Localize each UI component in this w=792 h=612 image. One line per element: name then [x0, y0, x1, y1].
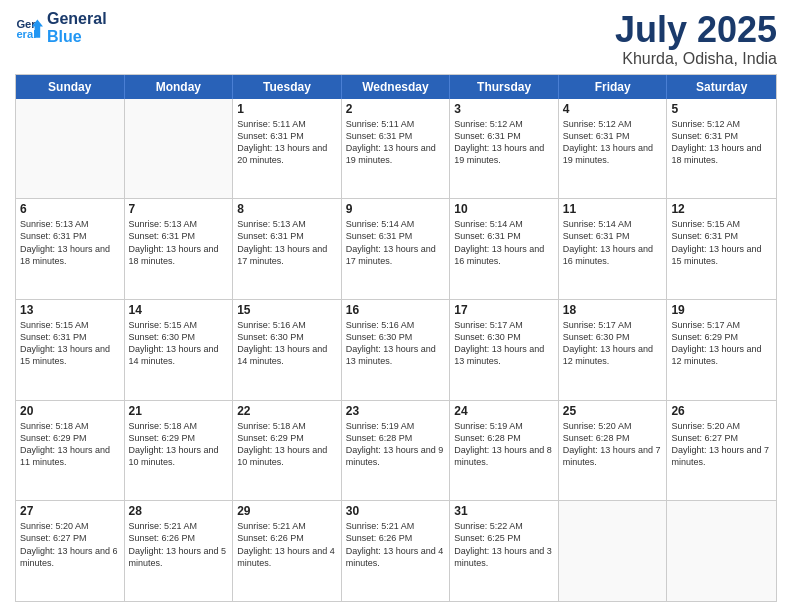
cell-info: Sunrise: 5:12 AM Sunset: 6:31 PM Dayligh…	[671, 118, 772, 167]
empty-cell	[667, 501, 776, 601]
day-cell-9: 9Sunrise: 5:14 AM Sunset: 6:31 PM Daylig…	[342, 199, 451, 299]
day-cell-11: 11Sunrise: 5:14 AM Sunset: 6:31 PM Dayli…	[559, 199, 668, 299]
cell-info: Sunrise: 5:13 AM Sunset: 6:31 PM Dayligh…	[237, 218, 337, 267]
day-number: 21	[129, 404, 229, 418]
calendar-body: 1Sunrise: 5:11 AM Sunset: 6:31 PM Daylig…	[16, 99, 776, 601]
day-cell-19: 19Sunrise: 5:17 AM Sunset: 6:29 PM Dayli…	[667, 300, 776, 400]
day-number: 29	[237, 504, 337, 518]
day-number: 23	[346, 404, 446, 418]
calendar-page: Gen eral General Blue July 2025 Khurda, …	[0, 0, 792, 612]
day-number: 5	[671, 102, 772, 116]
day-cell-26: 26Sunrise: 5:20 AM Sunset: 6:27 PM Dayli…	[667, 401, 776, 501]
day-number: 6	[20, 202, 120, 216]
day-cell-7: 7Sunrise: 5:13 AM Sunset: 6:31 PM Daylig…	[125, 199, 234, 299]
cell-info: Sunrise: 5:22 AM Sunset: 6:25 PM Dayligh…	[454, 520, 554, 569]
header-cell-wednesday: Wednesday	[342, 75, 451, 99]
empty-cell	[559, 501, 668, 601]
cell-info: Sunrise: 5:13 AM Sunset: 6:31 PM Dayligh…	[20, 218, 120, 267]
month-title: July 2025	[615, 10, 777, 50]
cell-info: Sunrise: 5:11 AM Sunset: 6:31 PM Dayligh…	[346, 118, 446, 167]
cell-info: Sunrise: 5:19 AM Sunset: 6:28 PM Dayligh…	[454, 420, 554, 469]
day-number: 4	[563, 102, 663, 116]
day-cell-20: 20Sunrise: 5:18 AM Sunset: 6:29 PM Dayli…	[16, 401, 125, 501]
cell-info: Sunrise: 5:12 AM Sunset: 6:31 PM Dayligh…	[454, 118, 554, 167]
day-number: 9	[346, 202, 446, 216]
cell-info: Sunrise: 5:21 AM Sunset: 6:26 PM Dayligh…	[346, 520, 446, 569]
cell-info: Sunrise: 5:16 AM Sunset: 6:30 PM Dayligh…	[237, 319, 337, 368]
calendar-header: SundayMondayTuesdayWednesdayThursdayFrid…	[16, 75, 776, 99]
day-cell-27: 27Sunrise: 5:20 AM Sunset: 6:27 PM Dayli…	[16, 501, 125, 601]
day-cell-22: 22Sunrise: 5:18 AM Sunset: 6:29 PM Dayli…	[233, 401, 342, 501]
cell-info: Sunrise: 5:15 AM Sunset: 6:31 PM Dayligh…	[20, 319, 120, 368]
day-number: 16	[346, 303, 446, 317]
header-cell-tuesday: Tuesday	[233, 75, 342, 99]
cell-info: Sunrise: 5:18 AM Sunset: 6:29 PM Dayligh…	[237, 420, 337, 469]
day-cell-2: 2Sunrise: 5:11 AM Sunset: 6:31 PM Daylig…	[342, 99, 451, 199]
cell-info: Sunrise: 5:20 AM Sunset: 6:27 PM Dayligh…	[671, 420, 772, 469]
day-cell-23: 23Sunrise: 5:19 AM Sunset: 6:28 PM Dayli…	[342, 401, 451, 501]
calendar-row-5: 27Sunrise: 5:20 AM Sunset: 6:27 PM Dayli…	[16, 501, 776, 601]
cell-info: Sunrise: 5:17 AM Sunset: 6:30 PM Dayligh…	[563, 319, 663, 368]
cell-info: Sunrise: 5:18 AM Sunset: 6:29 PM Dayligh…	[20, 420, 120, 469]
day-cell-25: 25Sunrise: 5:20 AM Sunset: 6:28 PM Dayli…	[559, 401, 668, 501]
day-number: 22	[237, 404, 337, 418]
day-cell-14: 14Sunrise: 5:15 AM Sunset: 6:30 PM Dayli…	[125, 300, 234, 400]
day-number: 1	[237, 102, 337, 116]
empty-cell	[125, 99, 234, 199]
day-number: 25	[563, 404, 663, 418]
day-cell-21: 21Sunrise: 5:18 AM Sunset: 6:29 PM Dayli…	[125, 401, 234, 501]
cell-info: Sunrise: 5:17 AM Sunset: 6:29 PM Dayligh…	[671, 319, 772, 368]
header-cell-friday: Friday	[559, 75, 668, 99]
calendar: SundayMondayTuesdayWednesdayThursdayFrid…	[15, 74, 777, 602]
cell-info: Sunrise: 5:15 AM Sunset: 6:30 PM Dayligh…	[129, 319, 229, 368]
day-cell-24: 24Sunrise: 5:19 AM Sunset: 6:28 PM Dayli…	[450, 401, 559, 501]
title-block: July 2025 Khurda, Odisha, India	[615, 10, 777, 68]
day-number: 17	[454, 303, 554, 317]
day-number: 28	[129, 504, 229, 518]
day-number: 15	[237, 303, 337, 317]
day-number: 3	[454, 102, 554, 116]
header-cell-thursday: Thursday	[450, 75, 559, 99]
cell-info: Sunrise: 5:14 AM Sunset: 6:31 PM Dayligh…	[563, 218, 663, 267]
logo: Gen eral General Blue	[15, 10, 107, 45]
day-cell-15: 15Sunrise: 5:16 AM Sunset: 6:30 PM Dayli…	[233, 300, 342, 400]
day-cell-30: 30Sunrise: 5:21 AM Sunset: 6:26 PM Dayli…	[342, 501, 451, 601]
logo-line1: General	[47, 10, 107, 28]
cell-info: Sunrise: 5:12 AM Sunset: 6:31 PM Dayligh…	[563, 118, 663, 167]
page-header: Gen eral General Blue July 2025 Khurda, …	[15, 10, 777, 68]
cell-info: Sunrise: 5:20 AM Sunset: 6:27 PM Dayligh…	[20, 520, 120, 569]
day-number: 14	[129, 303, 229, 317]
day-number: 30	[346, 504, 446, 518]
day-number: 13	[20, 303, 120, 317]
day-cell-29: 29Sunrise: 5:21 AM Sunset: 6:26 PM Dayli…	[233, 501, 342, 601]
cell-info: Sunrise: 5:16 AM Sunset: 6:30 PM Dayligh…	[346, 319, 446, 368]
day-cell-6: 6Sunrise: 5:13 AM Sunset: 6:31 PM Daylig…	[16, 199, 125, 299]
location: Khurda, Odisha, India	[615, 50, 777, 68]
day-number: 20	[20, 404, 120, 418]
day-number: 8	[237, 202, 337, 216]
calendar-row-4: 20Sunrise: 5:18 AM Sunset: 6:29 PM Dayli…	[16, 401, 776, 502]
cell-info: Sunrise: 5:19 AM Sunset: 6:28 PM Dayligh…	[346, 420, 446, 469]
cell-info: Sunrise: 5:15 AM Sunset: 6:31 PM Dayligh…	[671, 218, 772, 267]
day-number: 7	[129, 202, 229, 216]
day-cell-12: 12Sunrise: 5:15 AM Sunset: 6:31 PM Dayli…	[667, 199, 776, 299]
logo-icon: Gen eral	[15, 14, 43, 42]
day-number: 27	[20, 504, 120, 518]
cell-info: Sunrise: 5:13 AM Sunset: 6:31 PM Dayligh…	[129, 218, 229, 267]
cell-info: Sunrise: 5:18 AM Sunset: 6:29 PM Dayligh…	[129, 420, 229, 469]
day-number: 24	[454, 404, 554, 418]
empty-cell	[16, 99, 125, 199]
day-cell-5: 5Sunrise: 5:12 AM Sunset: 6:31 PM Daylig…	[667, 99, 776, 199]
day-cell-1: 1Sunrise: 5:11 AM Sunset: 6:31 PM Daylig…	[233, 99, 342, 199]
day-number: 11	[563, 202, 663, 216]
header-cell-sunday: Sunday	[16, 75, 125, 99]
cell-info: Sunrise: 5:14 AM Sunset: 6:31 PM Dayligh…	[454, 218, 554, 267]
day-cell-18: 18Sunrise: 5:17 AM Sunset: 6:30 PM Dayli…	[559, 300, 668, 400]
day-cell-13: 13Sunrise: 5:15 AM Sunset: 6:31 PM Dayli…	[16, 300, 125, 400]
cell-info: Sunrise: 5:14 AM Sunset: 6:31 PM Dayligh…	[346, 218, 446, 267]
logo-line2: Blue	[47, 28, 107, 46]
calendar-row-3: 13Sunrise: 5:15 AM Sunset: 6:31 PM Dayli…	[16, 300, 776, 401]
cell-info: Sunrise: 5:21 AM Sunset: 6:26 PM Dayligh…	[129, 520, 229, 569]
cell-info: Sunrise: 5:17 AM Sunset: 6:30 PM Dayligh…	[454, 319, 554, 368]
calendar-row-2: 6Sunrise: 5:13 AM Sunset: 6:31 PM Daylig…	[16, 199, 776, 300]
